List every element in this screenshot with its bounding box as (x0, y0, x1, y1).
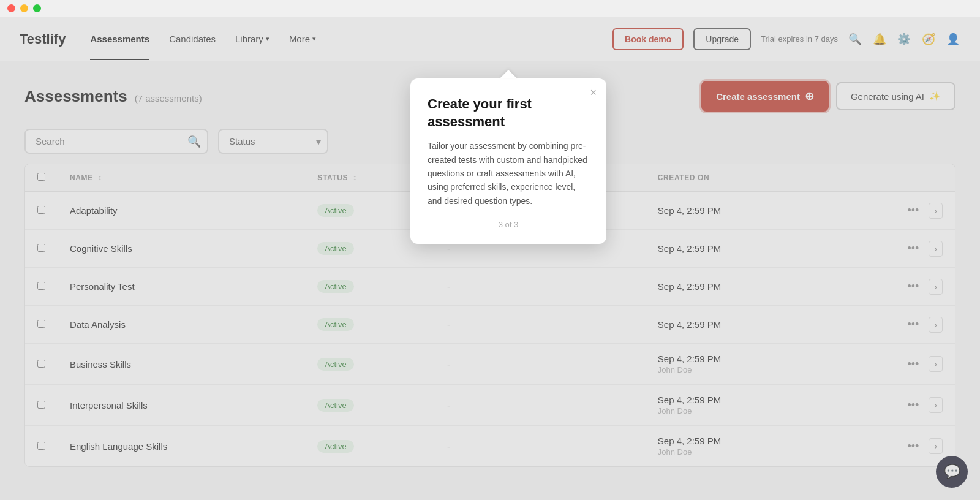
popup-body: Tailor your assessment by combining pre-… (428, 139, 589, 208)
window-chrome (0, 0, 980, 17)
popup-title: Create your first assessment (428, 96, 589, 131)
app-container: Testlify Assessments Candidates Library … (0, 17, 980, 500)
popup-close-button[interactable]: × (590, 87, 597, 98)
traffic-light-yellow[interactable] (20, 4, 28, 12)
traffic-light-green[interactable] (33, 4, 41, 12)
popup-pager: 3 of 3 (428, 220, 589, 229)
onboarding-tooltip: × Create your first assessment Tailor yo… (410, 78, 606, 244)
traffic-light-red[interactable] (7, 4, 15, 12)
